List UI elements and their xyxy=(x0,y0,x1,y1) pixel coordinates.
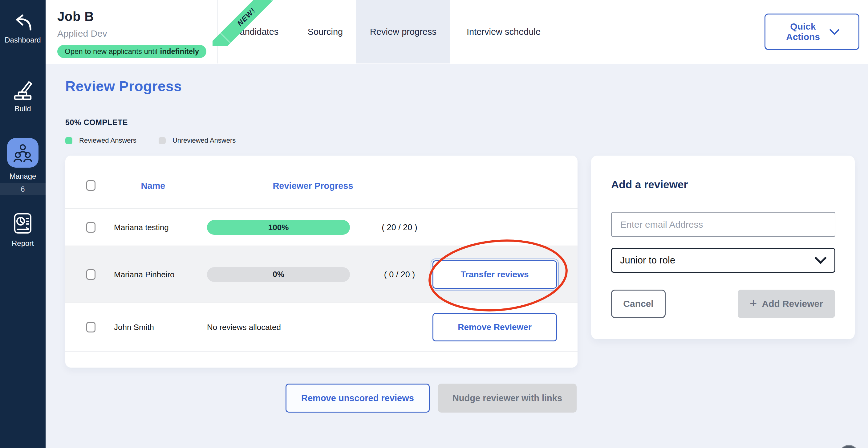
table-row: John Smith No reviews allocated Remove R… xyxy=(65,303,578,352)
tab-label: Sourcing xyxy=(308,27,343,37)
chevron-down-icon xyxy=(815,257,827,264)
plus-icon: + xyxy=(750,297,757,309)
reviewer-name: Mariana testing xyxy=(114,223,169,232)
tab-sourcing[interactable]: Sourcing xyxy=(294,0,356,63)
role-select[interactable]: Junior to role xyxy=(611,248,835,273)
progress-bar-100: 100% xyxy=(207,220,350,235)
row-checkbox[interactable] xyxy=(86,322,95,332)
sidebar: Dashboard Build xyxy=(0,0,45,448)
job-title: Job B xyxy=(57,9,94,24)
tab-interview-schedule[interactable]: Interview schedule xyxy=(450,0,557,63)
back-arrow-icon xyxy=(12,14,33,31)
unreviewed-swatch xyxy=(159,137,166,144)
job-subtitle: Applied Dev xyxy=(57,28,107,39)
sidebar-item-build[interactable]: Build xyxy=(0,79,45,113)
table-row: Mariana testing 100% ( 20 / 20 ) xyxy=(65,209,578,246)
sidebar-item-label: Dashboard xyxy=(0,36,45,44)
table-row: Mariana Pinheiro 0% ( 0 / 20 ) Transfer … xyxy=(65,246,578,303)
reviewer-table-card: Name Reviewer Progress Mariana testing 1… xyxy=(65,156,578,367)
no-reviews-status: No reviews allocated xyxy=(207,322,281,332)
add-reviewer-panel: Add a reviewer Junior to role Cancel + A… xyxy=(591,156,855,339)
reviewed-legend-label: Reviewed Answers xyxy=(79,137,136,145)
reviewer-name: John Smith xyxy=(114,322,154,332)
review-count: ( 20 / 20 ) xyxy=(376,223,423,232)
unreviewed-legend-label: Unreviewed Answers xyxy=(173,137,236,145)
quick-actions-button[interactable]: Quick Actions xyxy=(765,13,859,50)
progress-percent: 0% xyxy=(273,270,284,279)
chevron-down-icon xyxy=(829,29,840,35)
remove-reviewer-button[interactable]: Remove Reviewer xyxy=(432,313,557,341)
page-title: Review Progress xyxy=(65,78,182,95)
quick-actions-label: Quick Actions xyxy=(784,21,822,42)
role-selected-value: Junior to role xyxy=(620,255,675,266)
badge-text: Open to new applicants until xyxy=(65,47,158,56)
tab-label: Interview schedule xyxy=(467,27,540,37)
column-header-progress: Reviewer Progress xyxy=(273,181,353,191)
tab-review-progress[interactable]: Review progress xyxy=(356,0,450,63)
nudge-reviewer-button[interactable]: Nudge reviewer with links xyxy=(438,384,577,413)
email-input[interactable] xyxy=(611,212,835,237)
sidebar-item-manage[interactable]: Manage 6 xyxy=(0,138,45,195)
review-count: ( 0 / 20 ) xyxy=(376,270,423,279)
remove-unscored-reviews-button[interactable]: Remove unscored reviews xyxy=(285,384,430,413)
review-progress-page: Review Progress 50% COMPLETE Reviewed An… xyxy=(45,64,868,448)
open-to-applicants-badge: Open to new applicants until indefinitel… xyxy=(57,45,206,58)
table-footer-actions: Remove unscored reviews Nudge reviewer w… xyxy=(285,384,577,413)
progress-percent: 100% xyxy=(268,223,289,232)
tab-label: Candidates xyxy=(234,27,279,37)
pencil-bricks-icon xyxy=(12,79,34,100)
row-checkbox[interactable] xyxy=(86,222,95,233)
sidebar-item-label: Report xyxy=(0,239,45,248)
people-icon xyxy=(13,144,32,162)
panel-title: Add a reviewer xyxy=(611,178,688,191)
progress-bar-0: 0% xyxy=(207,267,350,282)
sidebar-item-label: Manage xyxy=(0,172,45,181)
sidebar-item-label: Build xyxy=(0,104,45,113)
transfer-reviews-button[interactable]: Transfer reviews xyxy=(432,260,557,289)
job-tabs: Candidates Sourcing Review progress Inte… xyxy=(217,0,557,63)
manage-count-badge: 6 xyxy=(0,183,45,195)
manage-active-tile xyxy=(7,138,38,168)
tab-candidates[interactable]: Candidates xyxy=(217,0,294,63)
reviewer-name: Mariana Pinheiro xyxy=(114,270,175,279)
progress-legend: Reviewed Answers Unreviewed Answers xyxy=(65,137,236,145)
tab-label: Review progress xyxy=(370,27,436,37)
job-header: Job B Applied Dev Open to new applicants… xyxy=(45,0,868,64)
sidebar-item-report[interactable]: Report xyxy=(0,213,45,248)
add-reviewer-label: Add Reviewer xyxy=(762,299,823,309)
row-checkbox[interactable] xyxy=(86,269,95,280)
table-header-row: Name Reviewer Progress xyxy=(65,156,578,209)
sidebar-item-dashboard[interactable]: Dashboard xyxy=(0,14,45,44)
badge-bold-text: indefinitely xyxy=(160,47,199,56)
column-header-name: Name xyxy=(141,181,165,191)
add-reviewer-button[interactable]: + Add Reviewer xyxy=(738,290,835,318)
report-document-icon xyxy=(13,213,33,235)
reviewed-swatch xyxy=(65,137,72,144)
cancel-button[interactable]: Cancel xyxy=(611,290,665,318)
completion-label: 50% COMPLETE xyxy=(65,118,128,127)
select-all-checkbox[interactable] xyxy=(86,180,95,191)
